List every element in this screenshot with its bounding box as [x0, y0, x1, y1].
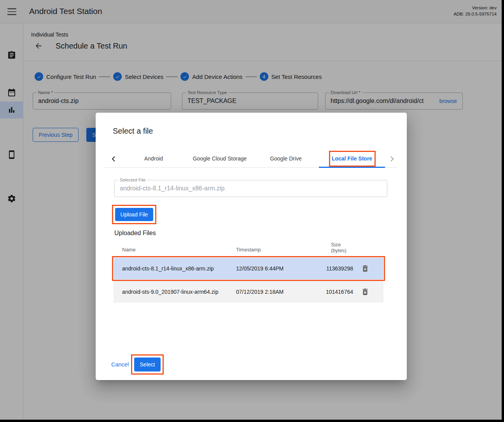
- dialog-title: Select a file: [113, 127, 153, 136]
- column-header-timestamp: Timestamp: [236, 247, 261, 253]
- tab-bar: Android Google Cloud Storage Google Driv…: [105, 150, 397, 168]
- tabs-scroll-left-icon[interactable]: [109, 154, 118, 164]
- selected-file-field[interactable]: Selected File android-cts-8.1_r14-linux_…: [114, 180, 387, 197]
- tabs-scroll-right-icon[interactable]: [387, 154, 397, 164]
- trash-icon: [361, 264, 369, 273]
- file-name-cell: android-cts-8.1_r14-linux_x86-arm.zip: [122, 265, 214, 272]
- tab-android[interactable]: Android: [121, 150, 187, 167]
- delete-file-button[interactable]: [361, 288, 369, 296]
- cancel-button[interactable]: Cancel: [111, 361, 129, 368]
- tabs: Android Google Cloud Storage Google Driv…: [121, 150, 385, 167]
- tab-local-file-store[interactable]: Local File Store: [319, 150, 385, 167]
- table-header: Name Timestamp Size (bytes): [114, 241, 383, 254]
- timestamp-cell: 12/05/2019 6:44PM: [236, 265, 284, 272]
- timestamp-cell: 07/12/2019 2:18AM: [236, 289, 284, 295]
- table-row-selected[interactable]: android-cts-8.1_r14-linux_x86-arm.zip 12…: [114, 258, 383, 279]
- selected-file-value: android-cts-8.1_r14-linux_x86-arm.zip: [120, 185, 224, 192]
- table-row[interactable]: android-sts-9.0_201907-linux-arm64.zip 0…: [114, 281, 383, 303]
- upload-file-button[interactable]: Upload File: [115, 208, 153, 221]
- select-button[interactable]: Select: [134, 357, 161, 371]
- tab-google-drive[interactable]: Google Drive: [253, 150, 319, 167]
- size-cell: 113639298: [308, 265, 353, 272]
- uploaded-files-title: Uploaded Files: [114, 230, 156, 237]
- window-border-right: [502, 0, 504, 422]
- size-cell: 101416764: [308, 289, 353, 295]
- tab-google-cloud-storage[interactable]: Google Cloud Storage: [187, 150, 253, 167]
- screen: Android Test Station Version: dev ADB: 2…: [0, 0, 504, 422]
- file-name-cell: android-sts-9.0_201907-linux-arm64.zip: [122, 289, 218, 295]
- select-file-dialog: Select a file Android Google Cloud Stora…: [96, 113, 407, 380]
- delete-file-button[interactable]: [361, 264, 369, 273]
- active-tab-underline: [319, 167, 385, 168]
- column-header-name: Name: [122, 247, 136, 253]
- selected-file-label: Selected File: [118, 178, 147, 182]
- window-border-bottom: [0, 420, 504, 422]
- trash-icon: [361, 288, 369, 296]
- column-header-size: Size (bytes): [331, 242, 346, 253]
